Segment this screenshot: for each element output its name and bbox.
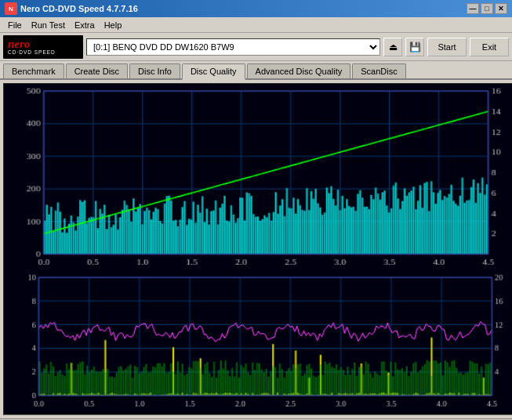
close-button[interactable]: ✕ — [495, 3, 507, 14]
maximize-button[interactable]: □ — [481, 3, 493, 14]
eject-icon-btn[interactable]: ⏏ — [383, 38, 402, 56]
window-title: Nero CD-DVD Speed 4.7.7.16 — [20, 4, 138, 13]
tab-disc-quality[interactable]: Disc Quality — [182, 63, 245, 80]
tab-bar: Benchmark Create Disc Disc Info Disc Qua… — [0, 61, 512, 80]
minimize-button[interactable]: — — [467, 3, 479, 14]
charts-area — [3, 83, 512, 415]
tab-create-disc[interactable]: Create Disc — [66, 63, 128, 78]
nero-logo: nero CD·DVD SPEED — [3, 35, 83, 59]
drive-selector[interactable]: [0:1] BENQ DVD DD DW1620 B7W9 — [86, 38, 380, 56]
nero-brand-text: nero — [8, 38, 30, 50]
menu-bar: File Run Test Extra Help — [0, 17, 512, 33]
title-bar: N Nero CD-DVD Speed 4.7.7.16 — □ ✕ — [0, 0, 512, 17]
tab-benchmark[interactable]: Benchmark — [3, 63, 64, 78]
menu-file[interactable]: File — [3, 19, 27, 31]
exit-button[interactable]: Exit — [470, 38, 509, 56]
bottom-chart — [4, 272, 512, 414]
tab-scandisc[interactable]: ScanDisc — [352, 63, 405, 78]
tab-disc-info[interactable]: Disc Info — [129, 63, 180, 78]
menu-help[interactable]: Help — [100, 19, 127, 31]
tab-advanced-disc-quality[interactable]: Advanced Disc Quality — [247, 63, 351, 78]
start-button[interactable]: Start — [427, 38, 467, 56]
window-controls: — □ ✕ — [467, 3, 507, 14]
main-content: Disc info Type: DVD-R ID: MCC 03RG20 Dat… — [0, 80, 512, 418]
menu-run-test[interactable]: Run Test — [27, 19, 70, 31]
nero-sub-text: CD·DVD SPEED — [8, 50, 56, 56]
app-icon: N — [5, 2, 17, 15]
top-chart — [4, 84, 512, 272]
menu-extra[interactable]: Extra — [70, 19, 100, 31]
toolbar: nero CD·DVD SPEED [0:1] BENQ DVD DD DW16… — [0, 33, 512, 61]
save-icon-btn[interactable]: 💾 — [405, 38, 424, 56]
